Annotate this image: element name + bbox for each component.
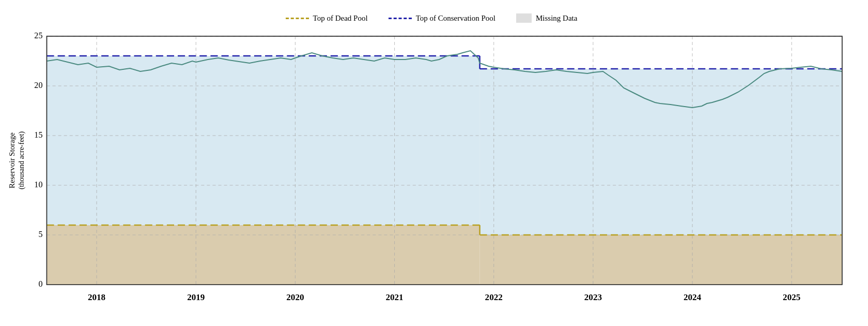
yaxis-title: Reservoir Storage: [8, 132, 16, 188]
yaxis-15: 15: [34, 130, 42, 139]
xaxis-2023: 2023: [584, 292, 602, 302]
legend-conservation-pool-label: Top of Conservation Pool: [416, 14, 495, 23]
conservation-pool-fill-2: [480, 69, 842, 235]
dead-pool-line-icon: [286, 18, 309, 19]
conservation-pool-fill-1: [47, 56, 479, 225]
missing-data-box-icon: [516, 13, 532, 23]
chart-svg: 0 5 10 15 20 25 Reservoir Storage (thous…: [5, 31, 858, 321]
conservation-pool-line-icon: [389, 18, 412, 19]
yaxis-0: 0: [38, 279, 42, 288]
dead-pool-fill-2: [480, 235, 842, 285]
legend-conservation-pool: Top of Conservation Pool: [389, 14, 495, 23]
chart-legend: Top of Dead Pool Top of Conservation Poo…: [5, 5, 858, 31]
chart-container: Top of Dead Pool Top of Conservation Poo…: [0, 0, 868, 326]
yaxis-subtitle: (thousand acre-feet): [17, 131, 26, 190]
xaxis-2025: 2025: [783, 292, 800, 302]
xaxis-2024: 2024: [684, 292, 702, 302]
yaxis-5: 5: [38, 230, 42, 239]
dead-pool-fill-1: [47, 225, 479, 285]
legend-missing-data: Missing Data: [516, 13, 577, 23]
xaxis-2022: 2022: [485, 292, 503, 302]
xaxis-2019: 2019: [187, 292, 205, 302]
xaxis-2018: 2018: [88, 292, 105, 302]
yaxis-20: 20: [34, 81, 42, 90]
legend-dead-pool-label: Top of Dead Pool: [313, 14, 368, 23]
chart-area: 0 5 10 15 20 25 Reservoir Storage (thous…: [5, 31, 858, 321]
yaxis-25: 25: [34, 31, 42, 40]
yaxis-10: 10: [34, 180, 42, 189]
legend-dead-pool: Top of Dead Pool: [286, 14, 368, 23]
xaxis-2021: 2021: [385, 292, 403, 302]
legend-missing-data-label: Missing Data: [536, 14, 577, 23]
xaxis-2020: 2020: [286, 292, 304, 302]
